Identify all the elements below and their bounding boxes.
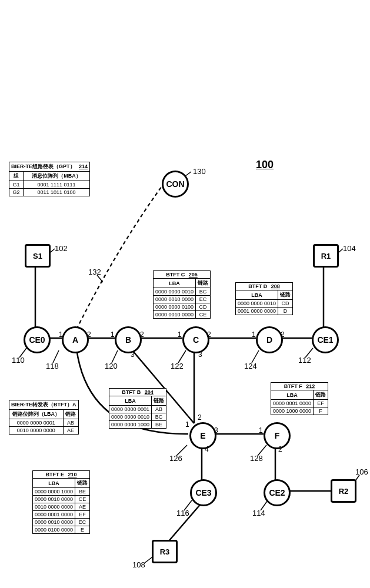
ref-con: 130	[193, 167, 206, 176]
port: 2	[207, 330, 211, 339]
node-d: D	[256, 326, 283, 353]
ref-a: 118	[46, 362, 59, 370]
node-ce1: CE1	[312, 326, 339, 353]
node-a: A	[62, 326, 89, 353]
port: 3	[214, 426, 218, 435]
port: 1	[259, 426, 263, 435]
port: 1	[178, 330, 182, 339]
ref-c: 122	[171, 362, 184, 370]
ref-e: 126	[169, 454, 182, 463]
port: 1	[185, 420, 189, 429]
port: 2	[278, 445, 282, 453]
node-f: F	[264, 422, 291, 449]
ref-ce1: 112	[298, 356, 311, 365]
ref-ce0: 110	[12, 356, 25, 365]
ref-r3: 108	[132, 560, 145, 569]
port: 3	[131, 350, 135, 359]
figure-label: 100	[256, 159, 274, 171]
node-r1: R1	[313, 244, 339, 268]
port: 2	[281, 330, 285, 339]
port: 2	[198, 413, 202, 422]
svg-line-15	[112, 350, 118, 363]
svg-line-16	[178, 350, 186, 363]
port: 2	[140, 330, 144, 339]
node-e: E	[189, 422, 216, 449]
node-ce3: CE3	[190, 479, 217, 506]
node-con: CON	[162, 171, 189, 198]
port: 4	[205, 445, 209, 453]
node-s1: S1	[25, 244, 51, 268]
port: 1	[111, 330, 115, 339]
node-r2: R2	[331, 479, 356, 503]
ref-b: 120	[105, 362, 118, 370]
port: 3	[198, 350, 202, 359]
svg-line-14	[53, 350, 59, 363]
port: 1	[59, 330, 63, 339]
port: 1	[252, 330, 256, 339]
ref-ce3: 116	[176, 509, 189, 517]
btft-a-table: BIER-TE转发表（BTFT）A 链路位阵列（LBA）链路 0000 0000…	[9, 400, 19, 406]
node-ce0: CE0	[24, 326, 51, 353]
ref-r2: 106	[355, 467, 368, 476]
svg-line-17	[252, 350, 259, 363]
ref-f: 128	[250, 454, 263, 463]
ref-s1: 102	[55, 244, 68, 253]
port: 2	[87, 330, 91, 339]
node-b: B	[115, 326, 142, 353]
node-c: C	[182, 326, 209, 353]
ref-r1: 104	[343, 244, 356, 253]
ref-d: 124	[244, 362, 257, 370]
node-r3: R3	[152, 540, 178, 563]
node-ce2: CE2	[264, 479, 291, 506]
ref-ce2: 114	[252, 509, 265, 517]
ref-dashed: 132	[88, 268, 101, 276]
